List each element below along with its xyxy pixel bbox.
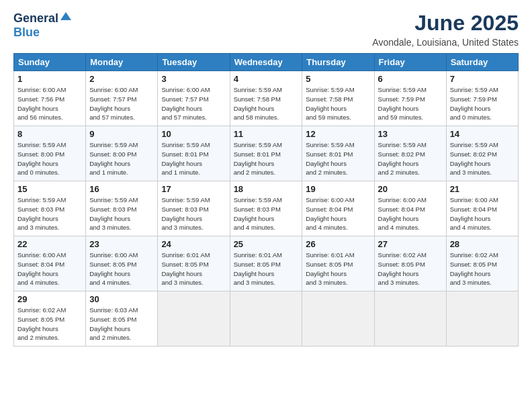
day-number: 24 — [161, 239, 226, 249]
day-number: 1 — [17, 74, 82, 84]
calendar-week-3: 15Sunrise: 5:59 AMSunset: 8:03 PMDayligh… — [14, 181, 519, 236]
col-friday: Friday — [374, 54, 446, 71]
day-number: 16 — [89, 184, 154, 194]
day-number: 15 — [17, 184, 82, 194]
col-monday: Monday — [86, 54, 158, 71]
table-row: 4Sunrise: 5:59 AMSunset: 7:58 PMDaylight… — [230, 71, 302, 126]
day-info: Sunrise: 5:59 AMSunset: 8:03 PMDaylight … — [234, 195, 299, 232]
day-info: Sunrise: 6:00 AMSunset: 7:57 PMDaylight … — [89, 85, 154, 122]
day-info: Sunrise: 6:00 AMSunset: 7:56 PMDaylight … — [17, 85, 82, 122]
month-title: June 2025 — [372, 11, 519, 36]
table-row: 8Sunrise: 5:59 AMSunset: 8:00 PMDaylight… — [14, 126, 86, 181]
table-row: 22Sunrise: 6:00 AMSunset: 8:04 PMDayligh… — [14, 236, 86, 291]
day-number: 25 — [234, 239, 299, 249]
table-row: 18Sunrise: 5:59 AMSunset: 8:03 PMDayligh… — [230, 181, 302, 236]
day-number: 14 — [450, 129, 515, 139]
day-info: Sunrise: 6:00 AMSunset: 8:04 PMDaylight … — [450, 195, 515, 232]
table-row: 20Sunrise: 6:00 AMSunset: 8:04 PMDayligh… — [374, 181, 446, 236]
day-number: 13 — [378, 129, 443, 139]
table-row: 9Sunrise: 5:59 AMSunset: 8:00 PMDaylight… — [86, 126, 158, 181]
table-row: 10Sunrise: 5:59 AMSunset: 8:01 PMDayligh… — [158, 126, 230, 181]
day-info: Sunrise: 6:02 AMSunset: 8:05 PMDaylight … — [450, 250, 515, 287]
day-number: 8 — [17, 129, 82, 139]
day-info: Sunrise: 6:00 AMSunset: 8:04 PMDaylight … — [378, 195, 443, 232]
day-info: Sunrise: 5:59 AMSunset: 8:03 PMDaylight … — [161, 195, 226, 232]
location: Avondale, Louisiana, United States — [372, 37, 519, 48]
day-info: Sunrise: 5:59 AMSunset: 8:00 PMDaylight … — [89, 140, 154, 177]
table-row: 19Sunrise: 6:00 AMSunset: 8:04 PMDayligh… — [302, 181, 374, 236]
day-number: 17 — [161, 184, 226, 194]
day-number: 22 — [17, 239, 82, 249]
col-saturday: Saturday — [446, 54, 518, 71]
page: General Blue June 2025 Avondale, Louisia… — [0, 0, 532, 411]
logo: General Blue — [13, 11, 72, 40]
col-thursday: Thursday — [302, 54, 374, 71]
day-number: 6 — [378, 74, 443, 84]
day-number: 9 — [89, 129, 154, 139]
logo-icon — [60, 11, 72, 23]
table-row: 14Sunrise: 5:59 AMSunset: 8:02 PMDayligh… — [446, 126, 518, 181]
table-row: 11Sunrise: 5:59 AMSunset: 8:01 PMDayligh… — [230, 126, 302, 181]
day-number: 5 — [306, 74, 370, 84]
day-number: 30 — [89, 294, 154, 304]
table-row: 30Sunrise: 6:03 AMSunset: 8:05 PMDayligh… — [86, 291, 158, 347]
day-number: 4 — [234, 74, 299, 84]
day-number: 12 — [306, 129, 370, 139]
day-number: 10 — [161, 129, 226, 139]
table-row — [446, 291, 518, 347]
table-row: 27Sunrise: 6:02 AMSunset: 8:05 PMDayligh… — [374, 236, 446, 291]
day-info: Sunrise: 6:00 AMSunset: 8:04 PMDaylight … — [306, 195, 370, 232]
table-row: 24Sunrise: 6:01 AMSunset: 8:05 PMDayligh… — [158, 236, 230, 291]
day-info: Sunrise: 6:02 AMSunset: 8:05 PMDaylight … — [17, 306, 82, 342]
table-row — [158, 291, 230, 347]
day-info: Sunrise: 6:00 AMSunset: 7:57 PMDaylight … — [161, 85, 226, 122]
table-row: 15Sunrise: 5:59 AMSunset: 8:03 PMDayligh… — [14, 181, 86, 236]
day-info: Sunrise: 5:59 AMSunset: 7:59 PMDaylight … — [450, 85, 515, 122]
table-row: 5Sunrise: 5:59 AMSunset: 7:58 PMDaylight… — [302, 71, 374, 126]
day-info: Sunrise: 6:00 AMSunset: 8:05 PMDaylight … — [89, 250, 154, 287]
table-row: 17Sunrise: 5:59 AMSunset: 8:03 PMDayligh… — [158, 181, 230, 236]
table-row: 21Sunrise: 6:00 AMSunset: 8:04 PMDayligh… — [446, 181, 518, 236]
day-info: Sunrise: 6:00 AMSunset: 8:04 PMDaylight … — [17, 250, 82, 287]
table-row: 7Sunrise: 5:59 AMSunset: 7:59 PMDaylight… — [446, 71, 518, 126]
col-sunday: Sunday — [14, 54, 86, 71]
col-tuesday: Tuesday — [158, 54, 230, 71]
calendar-header-row: Sunday Monday Tuesday Wednesday Thursday… — [14, 54, 519, 71]
day-number: 29 — [17, 294, 82, 304]
table-row — [302, 291, 374, 347]
day-info: Sunrise: 5:59 AMSunset: 8:01 PMDaylight … — [234, 140, 299, 177]
day-info: Sunrise: 5:59 AMSunset: 8:00 PMDaylight … — [17, 140, 82, 177]
calendar-week-1: 1Sunrise: 6:00 AMSunset: 7:56 PMDaylight… — [14, 71, 519, 126]
col-wednesday: Wednesday — [230, 54, 302, 71]
calendar-week-2: 8Sunrise: 5:59 AMSunset: 8:00 PMDaylight… — [14, 126, 519, 181]
table-row: 28Sunrise: 6:02 AMSunset: 8:05 PMDayligh… — [446, 236, 518, 291]
day-number: 18 — [234, 184, 299, 194]
day-number: 2 — [89, 74, 154, 84]
table-row: 26Sunrise: 6:01 AMSunset: 8:05 PMDayligh… — [302, 236, 374, 291]
table-row: 16Sunrise: 5:59 AMSunset: 8:03 PMDayligh… — [86, 181, 158, 236]
day-info: Sunrise: 6:01 AMSunset: 8:05 PMDaylight … — [234, 250, 299, 287]
day-info: Sunrise: 5:59 AMSunset: 8:01 PMDaylight … — [161, 140, 226, 177]
day-info: Sunrise: 5:59 AMSunset: 8:03 PMDaylight … — [89, 195, 154, 232]
title-area: June 2025 Avondale, Louisiana, United St… — [372, 11, 519, 48]
table-row: 1Sunrise: 6:00 AMSunset: 7:56 PMDaylight… — [14, 71, 86, 126]
day-number: 19 — [306, 184, 370, 194]
calendar-week-4: 22Sunrise: 6:00 AMSunset: 8:04 PMDayligh… — [14, 236, 519, 291]
day-info: Sunrise: 6:01 AMSunset: 8:05 PMDaylight … — [161, 250, 226, 287]
table-row — [374, 291, 446, 347]
table-row: 6Sunrise: 5:59 AMSunset: 7:59 PMDaylight… — [374, 71, 446, 126]
logo-blue: Blue — [13, 26, 40, 39]
svg-marker-0 — [60, 12, 71, 20]
table-row: 3Sunrise: 6:00 AMSunset: 7:57 PMDaylight… — [158, 71, 230, 126]
day-number: 21 — [450, 184, 515, 194]
table-row: 23Sunrise: 6:00 AMSunset: 8:05 PMDayligh… — [86, 236, 158, 291]
day-info: Sunrise: 6:03 AMSunset: 8:05 PMDaylight … — [89, 306, 154, 342]
table-row — [230, 291, 302, 347]
day-info: Sunrise: 6:02 AMSunset: 8:05 PMDaylight … — [378, 250, 443, 287]
calendar: Sunday Monday Tuesday Wednesday Thursday… — [13, 53, 519, 347]
day-number: 11 — [234, 129, 299, 139]
day-info: Sunrise: 5:59 AMSunset: 7:58 PMDaylight … — [234, 85, 299, 122]
day-info: Sunrise: 5:59 AMSunset: 7:59 PMDaylight … — [378, 85, 443, 122]
header: General Blue June 2025 Avondale, Louisia… — [13, 11, 519, 48]
day-info: Sunrise: 5:59 AMSunset: 7:58 PMDaylight … — [306, 85, 370, 122]
